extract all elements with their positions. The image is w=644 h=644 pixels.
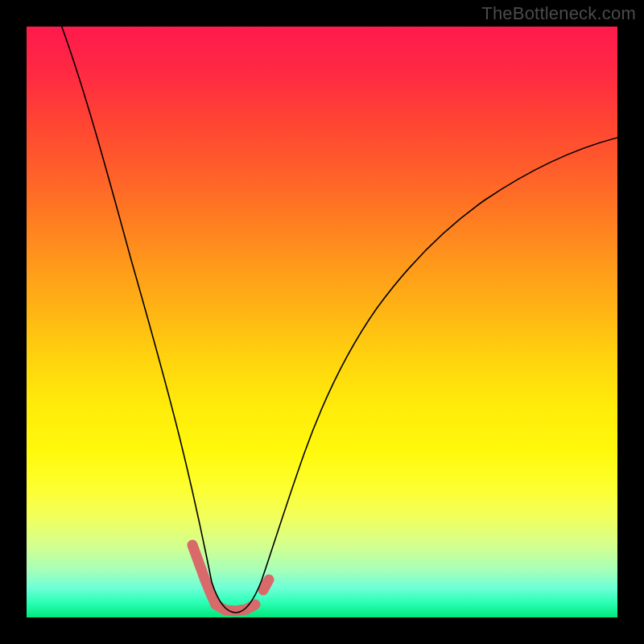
watermark-text: TheBottleneck.com bbox=[481, 3, 636, 24]
highlight-right-dot bbox=[263, 580, 269, 590]
highlight-left bbox=[192, 545, 216, 605]
chart-frame: TheBottleneck.com bbox=[0, 0, 644, 644]
optimal-zone-highlight bbox=[192, 545, 269, 611]
curve-svg bbox=[27, 27, 617, 617]
plot-area bbox=[27, 27, 617, 617]
highlight-bottom bbox=[216, 605, 255, 611]
bottleneck-curve bbox=[59, 27, 617, 613]
